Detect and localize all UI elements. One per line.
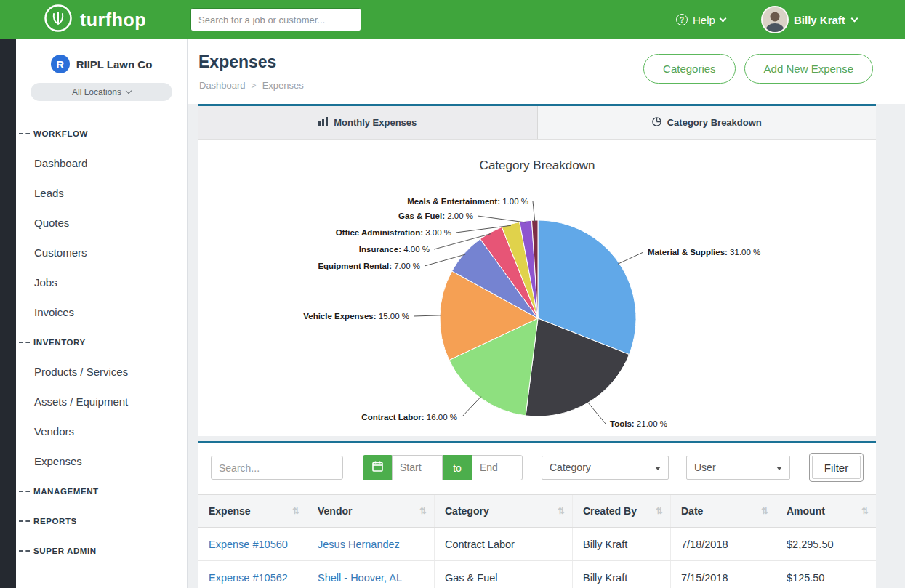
sort-icon[interactable]: ⇅ xyxy=(419,506,427,516)
sidebar-item-leads[interactable]: Leads xyxy=(16,178,187,208)
sort-icon[interactable]: ⇅ xyxy=(861,506,869,516)
breadcrumb-dashboard[interactable]: Dashboard xyxy=(199,80,246,91)
column-header-date[interactable]: Date⇅ xyxy=(671,495,776,527)
global-search-input[interactable] xyxy=(190,8,361,31)
sidebar-section-label: INVENTORY xyxy=(33,338,86,347)
help-icon: ? xyxy=(676,14,688,25)
brand-text: turfhop xyxy=(80,9,146,31)
sidebar-item-invoices[interactable]: Invoices xyxy=(16,297,187,327)
table-header-row: Expense⇅Vendor⇅Category⇅Created By⇅Date⇅… xyxy=(198,494,876,528)
cell-vendor[interactable]: Shell - Hoover, AL xyxy=(307,561,435,588)
cell-expense[interactable]: Expense #10560 xyxy=(198,528,307,560)
categories-button[interactable]: Categories xyxy=(643,54,736,84)
user-menu[interactable]: Billy Kraft xyxy=(794,0,857,39)
table-row: Expense #10560Jesus HernandezContract La… xyxy=(198,528,876,561)
slice-label-gas-fuel: Gas & Fuel: 2.00 % xyxy=(398,212,473,220)
add-new-expense-button[interactable]: Add New Expense xyxy=(744,54,873,84)
column-header-category[interactable]: Category⇅ xyxy=(435,495,573,527)
sidebar-section-label: MANAGEMENT xyxy=(33,487,99,496)
sidebar-item-vendors[interactable]: Vendors xyxy=(16,416,187,446)
tab-label: Category Breakdown xyxy=(667,117,762,128)
start-date-input[interactable]: Start xyxy=(392,455,443,480)
filter-button[interactable]: Filter xyxy=(809,453,864,482)
cell-date: 7/18/2018 xyxy=(671,528,776,560)
breadcrumb: Dashboard > Expenses xyxy=(199,80,304,91)
table-search-input[interactable] xyxy=(211,456,343,480)
main-header: Expenses Dashboard > Expenses Categories… xyxy=(188,39,905,104)
chevron-down-icon xyxy=(126,87,132,93)
cell-link[interactable]: Shell - Hoover, AL xyxy=(318,572,402,584)
pie-chart-svg: Material & Supplies: 31.00 %Tools: 21.00… xyxy=(198,182,876,436)
sidebar-nav: WORKFLOWDashboardLeadsQuotesCustomersJob… xyxy=(16,118,187,565)
cell-vendor[interactable]: Jesus Hernandez xyxy=(307,528,435,560)
help-menu[interactable]: ? Help xyxy=(676,0,725,39)
column-header-expense[interactable]: Expense⇅ xyxy=(198,495,307,527)
tree-dash-icon xyxy=(19,133,30,134)
callout-line xyxy=(414,315,441,316)
sidebar-item-quotes[interactable]: Quotes xyxy=(16,208,187,238)
expenses-table-card: Start to End Category User Filter Expens… xyxy=(198,441,876,588)
callout-line xyxy=(618,252,643,264)
expenses-table: Expense⇅Vendor⇅Category⇅Created By⇅Date⇅… xyxy=(198,494,876,588)
sidebar-section-label: SUPER ADMIN xyxy=(33,547,97,555)
user-avatar[interactable] xyxy=(761,6,789,33)
sidebar-section-super-admin: SUPER ADMIN xyxy=(16,536,187,565)
slice-label-equipment-rental: Equipment Rental: 7.00 % xyxy=(318,262,420,270)
sort-icon[interactable]: ⇅ xyxy=(761,506,768,516)
column-header-created-by[interactable]: Created By⇅ xyxy=(573,495,671,527)
category-select-value: Category xyxy=(550,462,591,473)
company-logo-icon: R xyxy=(51,55,70,73)
tab-monthly-expenses[interactable]: Monthly Expenses xyxy=(198,106,537,139)
calendar-icon xyxy=(372,461,383,475)
end-date-input[interactable]: End xyxy=(472,455,523,480)
location-label: All Locations xyxy=(72,87,121,97)
cell-link[interactable]: Expense #10560 xyxy=(209,539,288,550)
help-label: Help xyxy=(693,14,715,26)
user-select-value: User xyxy=(694,462,716,473)
tree-dash-icon xyxy=(19,550,30,552)
cell-link[interactable]: Expense #10562 xyxy=(209,572,288,584)
sidebar-section-management: MANAGEMENT xyxy=(16,476,187,506)
cell-date: 7/15/2018 xyxy=(671,561,776,588)
cell-expense[interactable]: Expense #10562 xyxy=(198,561,307,588)
callout-line xyxy=(462,397,481,417)
column-header-vendor[interactable]: Vendor⇅ xyxy=(307,495,435,527)
category-select[interactable]: Category xyxy=(542,456,669,480)
cell-category: Gas & Fuel xyxy=(435,561,573,588)
column-header-label: Created By xyxy=(583,505,637,517)
brand[interactable]: turfhop xyxy=(44,0,146,39)
slice-label-office-administration: Office Administration: 3.00 % xyxy=(336,228,451,237)
sidebar-item-products-services[interactable]: Products / Services xyxy=(16,357,187,387)
cell-amount: $125.50 xyxy=(776,561,876,588)
sidebar-edge-strip xyxy=(0,39,16,588)
sort-icon[interactable]: ⇅ xyxy=(558,506,565,516)
location-selector[interactable]: All Locations xyxy=(31,83,172,101)
sidebar-item-customers[interactable]: Customers xyxy=(16,238,187,267)
sidebar-section-label: REPORTS xyxy=(33,517,77,525)
sidebar-section-label: WORKFLOW xyxy=(33,129,88,138)
chart-title: Category Breakdown xyxy=(198,158,876,173)
dropdown-arrow-icon xyxy=(776,467,782,470)
page-title: Expenses xyxy=(198,52,276,72)
sort-icon[interactable]: ⇅ xyxy=(292,506,299,516)
sidebar-section-inventory: INVENTORY xyxy=(16,327,187,357)
tab-category-breakdown[interactable]: Category Breakdown xyxy=(537,106,877,139)
pie-chart-icon xyxy=(652,117,661,129)
date-range-button[interactable] xyxy=(363,455,392,480)
cell-link[interactable]: Jesus Hernandez xyxy=(318,539,400,550)
column-header-amount[interactable]: Amount⇅ xyxy=(776,495,876,527)
cell-category: Contract Labor xyxy=(435,528,573,560)
pie-chart: Material & Supplies: 31.00 %Tools: 21.00… xyxy=(198,182,876,439)
sidebar-item-assets-equipment[interactable]: Assets / Equipment xyxy=(16,387,187,416)
sidebar-item-jobs[interactable]: Jobs xyxy=(16,267,187,297)
user-select[interactable]: User xyxy=(686,456,790,480)
sidebar-section-workflow: WORKFLOW xyxy=(16,118,187,148)
sidebar-item-expenses[interactable]: Expenses xyxy=(16,446,187,476)
cell-created-by: Billy Kraft xyxy=(573,528,671,560)
cell-amount: $2,295.50 xyxy=(776,528,876,560)
column-header-label: Category xyxy=(445,505,489,517)
chevron-down-icon xyxy=(850,15,858,22)
sidebar-item-dashboard[interactable]: Dashboard xyxy=(16,148,187,178)
sort-icon[interactable]: ⇅ xyxy=(656,506,663,516)
tab-label: Monthly Expenses xyxy=(334,117,417,128)
